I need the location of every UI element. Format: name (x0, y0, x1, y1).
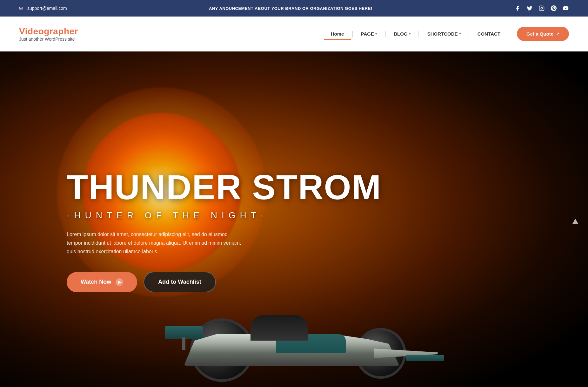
nav-separator-3: | (418, 30, 420, 37)
email-address: support@email.com (27, 6, 67, 11)
pinterest-icon[interactable] (551, 5, 557, 11)
scroll-indicator (572, 219, 578, 224)
top-bar: support@email.com ANY ANOUNCEMENT ABOUT … (0, 0, 588, 17)
nav-separator-2: | (384, 30, 387, 37)
nav-item-home[interactable]: Home (324, 28, 351, 40)
brand-tagline: Just another WordPress site (19, 37, 78, 42)
facebook-icon[interactable] (514, 5, 521, 11)
play-icon: ▶ (116, 278, 123, 286)
get-quote-button[interactable]: Get a Quote ↗ (517, 27, 569, 41)
nav-separator-1: | (351, 30, 354, 37)
brand-name: Videographer (19, 26, 78, 37)
top-bar-email: support@email.com (19, 6, 67, 11)
hero-subtitle: -HUNTER OF THE NIGHT- (67, 210, 521, 221)
nav-link-page[interactable]: PAGE ▾ (354, 28, 384, 40)
social-links (514, 5, 569, 11)
instagram-icon[interactable] (538, 5, 545, 11)
nav-link-home[interactable]: Home (324, 28, 351, 40)
svg-rect-0 (539, 6, 544, 11)
nav-item-blog[interactable]: BLOG ▾ (387, 28, 417, 40)
hero-description: Lorem ipsum dolor sit amet, consectetur … (67, 230, 244, 256)
get-quote-label: Get a Quote (526, 31, 553, 37)
twitter-icon[interactable] (526, 5, 533, 11)
hero-title: THUNDER STROM (67, 170, 521, 205)
nav-link-shortcode[interactable]: SHORTCODE ▾ (420, 28, 468, 40)
nav-item-shortcode[interactable]: SHORTCODE ▾ (420, 28, 468, 40)
header: Videographer Just another WordPress site… (0, 17, 588, 51)
add-to-watchlist-button[interactable]: Add to Wachlist (144, 272, 216, 292)
nav-item-page[interactable]: PAGE ▾ (354, 28, 384, 40)
nav-menu: Home | PAGE ▾ | BLOG ▾ | SHORTCODE ▾ | C… (324, 28, 507, 40)
external-link-icon: ↗ (556, 31, 559, 36)
nav-area: Home | PAGE ▾ | BLOG ▾ | SHORTCODE ▾ | C… (324, 27, 569, 41)
nav-link-blog[interactable]: BLOG ▾ (387, 28, 417, 40)
email-icon (19, 6, 25, 11)
youtube-icon[interactable] (563, 5, 569, 11)
watchlist-label: Add to Wachlist (158, 279, 201, 285)
hero-section: THUNDER STROM -HUNTER OF THE NIGHT- Lore… (0, 51, 588, 387)
watch-now-label: Watch Now (81, 279, 111, 285)
hero-content: THUNDER STROM -HUNTER OF THE NIGHT- Lore… (0, 51, 588, 387)
nav-link-contact[interactable]: CONTACT (471, 28, 507, 40)
watch-now-button[interactable]: Watch Now ▶ (67, 272, 137, 292)
announcement-text: ANY ANOUNCEMENT ABOUT YOUR BRAND OR ORGA… (209, 6, 372, 11)
brand-logo[interactable]: Videographer Just another WordPress site (19, 26, 78, 42)
nav-separator-4: | (468, 30, 471, 37)
hero-buttons: Watch Now ▶ Add to Wachlist (67, 272, 521, 292)
nav-item-contact[interactable]: CONTACT (471, 28, 507, 40)
